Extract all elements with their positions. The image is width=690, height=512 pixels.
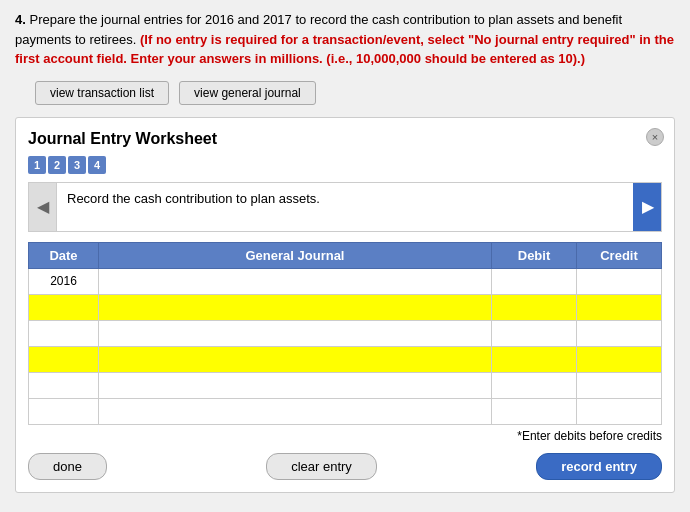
bottom-buttons: done clear entry record entry: [28, 453, 662, 480]
cell-debit[interactable]: [492, 294, 577, 320]
journal-table: Date General Journal Debit Credit 2016: [28, 242, 662, 425]
view-transaction-list-button[interactable]: view transaction list: [35, 81, 169, 105]
nav-area: ◀ Record the cash contribution to plan a…: [28, 182, 662, 232]
cell-credit[interactable]: [577, 346, 662, 372]
worksheet-title: Journal Entry Worksheet: [28, 130, 662, 148]
cell-journal[interactable]: [99, 346, 492, 372]
record-entry-button[interactable]: record entry: [536, 453, 662, 480]
view-general-journal-button[interactable]: view general journal: [179, 81, 316, 105]
step-indicators: 1 2 3 4: [28, 156, 662, 174]
header-general-journal: General Journal: [99, 242, 492, 268]
close-button[interactable]: ×: [646, 128, 664, 146]
header-date: Date: [29, 242, 99, 268]
cell-credit[interactable]: [577, 268, 662, 294]
cell-date: [29, 372, 99, 398]
table-row: 2016: [29, 268, 662, 294]
table-row: [29, 398, 662, 424]
table-row: [29, 294, 662, 320]
nav-instruction: Record the cash contribution to plan ass…: [57, 183, 633, 231]
cell-date: [29, 320, 99, 346]
cell-debit[interactable]: [492, 346, 577, 372]
table-row: [29, 372, 662, 398]
table-header-row: Date General Journal Debit Credit: [29, 242, 662, 268]
cell-journal[interactable]: [99, 372, 492, 398]
worksheet-container: × Journal Entry Worksheet 1 2 3 4 ◀ Reco…: [15, 117, 675, 493]
cell-journal[interactable]: [99, 398, 492, 424]
step-3[interactable]: 3: [68, 156, 86, 174]
note-text: *Enter debits before credits: [28, 429, 662, 443]
step-2[interactable]: 2: [48, 156, 66, 174]
toolbar: view transaction list view general journ…: [35, 81, 675, 105]
nav-next-button[interactable]: ▶: [633, 183, 661, 231]
header-debit: Debit: [492, 242, 577, 268]
nav-previous-button[interactable]: ◀: [29, 183, 57, 231]
cell-date: [29, 346, 99, 372]
question-number: 4.: [15, 12, 26, 27]
done-button[interactable]: done: [28, 453, 107, 480]
clear-entry-button[interactable]: clear entry: [266, 453, 377, 480]
question-container: 4. Prepare the journal entries for 2016 …: [15, 10, 675, 69]
step-4[interactable]: 4: [88, 156, 106, 174]
cell-journal[interactable]: [99, 268, 492, 294]
cell-date: [29, 294, 99, 320]
cell-credit[interactable]: [577, 398, 662, 424]
cell-journal[interactable]: [99, 320, 492, 346]
cell-date: 2016: [29, 268, 99, 294]
cell-debit[interactable]: [492, 320, 577, 346]
cell-debit[interactable]: [492, 372, 577, 398]
cell-credit[interactable]: [577, 372, 662, 398]
cell-credit[interactable]: [577, 294, 662, 320]
table-row: [29, 320, 662, 346]
cell-debit[interactable]: [492, 398, 577, 424]
cell-credit[interactable]: [577, 320, 662, 346]
cell-journal[interactable]: [99, 294, 492, 320]
cell-date: [29, 398, 99, 424]
table-row: [29, 346, 662, 372]
cell-debit[interactable]: [492, 268, 577, 294]
step-1[interactable]: 1: [28, 156, 46, 174]
header-credit: Credit: [577, 242, 662, 268]
